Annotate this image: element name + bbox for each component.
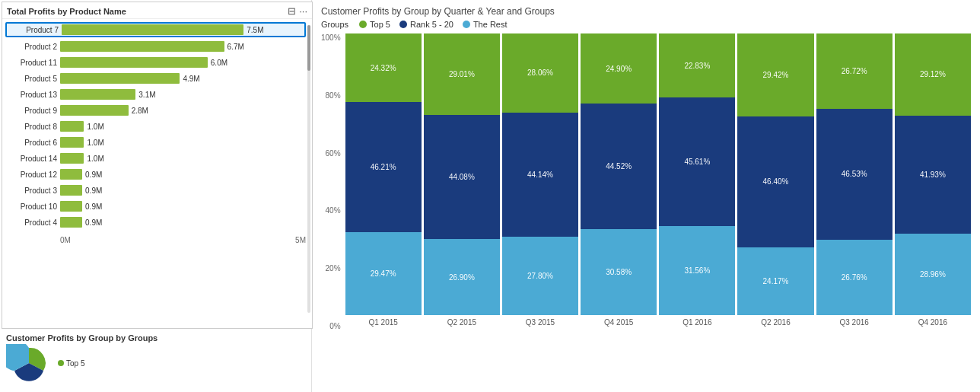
bar-row[interactable]: Product 77.5M	[5, 22, 306, 37]
bar-row[interactable]: Product 30.9M	[5, 183, 306, 197]
bar-row[interactable]: Product 81.0M	[5, 120, 306, 133]
seg-green: 29.01%	[424, 33, 500, 115]
top5-label: Top 5	[66, 359, 84, 368]
bar-track: 4.9M	[60, 73, 306, 84]
col-x-label: Q1 2016	[682, 318, 711, 327]
legend-groups-label: Groups	[321, 20, 348, 29]
stacked-col-wrapper: 26.76%46.53%26.72%Q3 2016	[816, 33, 892, 327]
bar-row[interactable]: Product 92.8M	[5, 104, 306, 117]
bar-row[interactable]: Product 40.9M	[5, 215, 306, 229]
bar-fill	[60, 185, 82, 196]
bar-label: Product 2	[5, 43, 60, 51]
bar-value: 1.0M	[87, 123, 103, 131]
scrollbar-thumb[interactable]	[307, 25, 310, 71]
seg-green: 22.83%	[659, 33, 735, 97]
stacked-col: 27.80%44.14%28.06%	[502, 33, 578, 315]
bar-value: 7.5M	[247, 26, 263, 34]
seg-green-label: 29.42%	[763, 71, 789, 79]
chart-area: 100%80%60%40%20%0% 29.47%46.21%24.32%Q1 …	[321, 33, 971, 330]
bar-track: 6.7M	[60, 41, 306, 52]
seg-blue-label: 31.56%	[684, 266, 710, 275]
bar-fill	[60, 105, 129, 116]
y-axis-label: 60%	[326, 149, 341, 158]
legend-color-dot	[399, 21, 407, 28]
bar-value: 6.7M	[228, 43, 244, 51]
y-axis-label: 80%	[326, 91, 341, 100]
legend-bar: Groups Top 5Rank 5 - 20The Rest	[321, 20, 971, 29]
seg-blue: 26.76%	[816, 240, 892, 315]
seg-green-label: 24.90%	[606, 65, 632, 73]
bar-row[interactable]: Product 133.1M	[5, 88, 306, 101]
bar-fill	[60, 73, 180, 84]
seg-blue-label: 26.76%	[842, 273, 867, 282]
bar-fill	[62, 24, 243, 35]
stacked-col-wrapper: 27.80%44.14%28.06%Q3 2015	[502, 33, 578, 327]
bar-value: 4.9M	[183, 75, 199, 83]
bar-track: 1.0M	[60, 121, 306, 132]
stacked-col-wrapper: 24.17%46.40%29.42%Q2 2016	[737, 33, 813, 327]
bar-value: 3.1M	[138, 91, 155, 99]
bar-label: Product 14	[5, 155, 60, 163]
stacked-col: 30.58%44.52%24.90%	[581, 33, 657, 315]
bar-fill	[60, 57, 208, 68]
seg-green-label: 28.06%	[527, 69, 553, 77]
bar-row[interactable]: Product 61.0M	[5, 135, 306, 149]
small-chart-container: Customer Profits by Group by Groups Top …	[0, 330, 311, 385]
top5-legend: Top 5	[58, 359, 84, 368]
bar-track: 3.1M	[60, 89, 306, 100]
stacked-col-wrapper: 29.47%46.21%24.32%Q1 2015	[345, 33, 422, 327]
legend-item: The Rest	[463, 20, 508, 29]
bar-value: 0.9M	[85, 186, 102, 195]
pie-chart	[6, 344, 52, 382]
bar-fill	[60, 41, 224, 52]
seg-navy: 44.14%	[502, 113, 578, 237]
legend-text: Top 5	[370, 20, 390, 29]
seg-navy: 44.52%	[581, 104, 657, 229]
bar-row[interactable]: Product 120.9M	[5, 167, 306, 181]
bar-label: Product 9	[5, 107, 60, 115]
legend-color-dot	[359, 21, 367, 28]
bar-label: Product 11	[5, 59, 60, 67]
x-axis: 0M 5M	[2, 234, 312, 246]
x-axis-max: 5M	[295, 236, 306, 244]
bar-row[interactable]: Product 26.7M	[5, 40, 306, 53]
bar-chart-title: Total Profits by Product Name	[7, 7, 126, 16]
seg-blue-label: 28.96%	[920, 270, 946, 279]
seg-navy: 41.93%	[895, 116, 971, 234]
y-axis-label: 100%	[321, 33, 341, 42]
bar-fill	[60, 169, 82, 180]
bar-track: 0.9M	[60, 201, 306, 212]
expand-icon[interactable]: ⊟	[288, 5, 296, 17]
seg-navy: 46.53%	[816, 109, 892, 240]
seg-green: 24.90%	[581, 33, 657, 104]
stacked-col: 31.56%45.61%22.83%	[659, 33, 735, 315]
stacked-col-wrapper: 28.96%41.93%29.12%Q4 2016	[895, 33, 971, 327]
stacked-col-wrapper: 26.90%44.08%29.01%Q2 2015	[424, 33, 500, 327]
seg-navy-label: 46.21%	[371, 163, 396, 171]
bar-row[interactable]: Product 100.9M	[5, 199, 306, 213]
seg-navy-label: 46.53%	[842, 170, 867, 178]
bar-label: Product 8	[5, 123, 60, 131]
bar-value: 1.0M	[87, 139, 103, 147]
more-icon[interactable]: ···	[299, 5, 307, 17]
bar-row[interactable]: Product 116.0M	[5, 56, 306, 69]
col-x-label: Q4 2015	[604, 318, 633, 327]
col-x-label: Q2 2015	[447, 318, 476, 327]
seg-navy: 45.61%	[659, 97, 735, 226]
y-axis: 100%80%60%40%20%0%	[321, 33, 345, 330]
bar-chart-header: Total Profits by Product Name ⊟ ···	[2, 2, 312, 19]
seg-blue: 30.58%	[581, 229, 657, 315]
seg-navy-label: 45.61%	[684, 158, 710, 166]
right-panel: Customer Profits by Group by Quarter & Y…	[312, 0, 980, 392]
seg-navy-label: 44.08%	[449, 173, 475, 181]
bar-label: Product 4	[5, 218, 60, 227]
seg-blue-label: 26.90%	[449, 273, 475, 282]
y-axis-label: 0%	[329, 322, 340, 330]
bar-track: 2.8M	[60, 105, 306, 116]
stacked-col-wrapper: 30.58%44.52%24.90%Q4 2015	[581, 33, 657, 327]
scrollbar-indicator[interactable]	[307, 25, 310, 313]
y-axis-label: 20%	[326, 264, 341, 272]
bar-row[interactable]: Product 54.9M	[5, 72, 306, 85]
bar-row[interactable]: Product 141.0M	[5, 151, 306, 165]
seg-green: 29.12%	[895, 33, 971, 116]
